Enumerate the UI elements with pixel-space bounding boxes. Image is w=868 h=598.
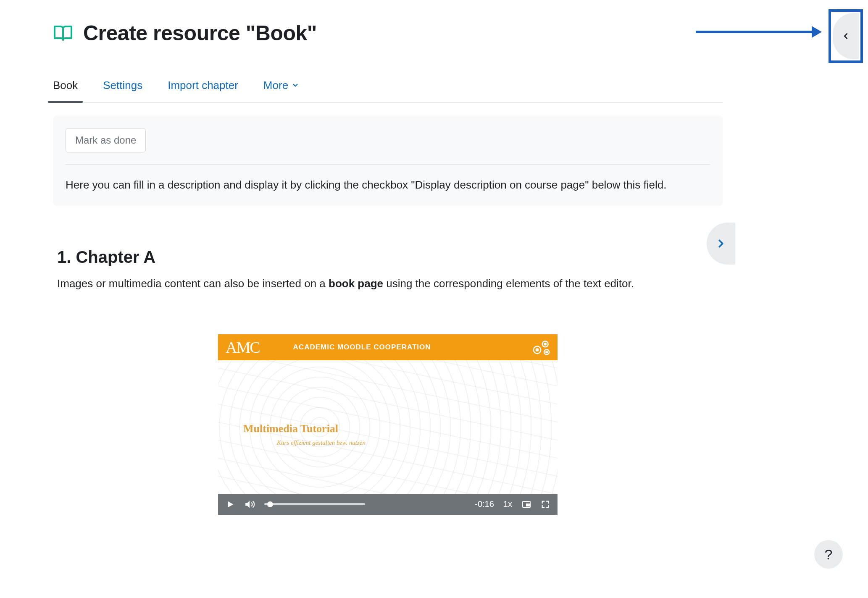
tab-settings[interactable]: Settings	[103, 79, 142, 102]
chapter-body-post: using the corresponding elements of the …	[383, 277, 634, 290]
open-drawer-button[interactable]	[833, 13, 859, 59]
help-button[interactable]: ?	[814, 540, 843, 569]
book-icon	[53, 23, 73, 43]
video-controls: -0:16 1x	[218, 494, 558, 515]
divider	[66, 164, 710, 165]
description-card: Mark as done Here you can fill in a desc…	[53, 115, 723, 206]
video-logo: AMC	[226, 338, 260, 357]
gear-icon	[531, 337, 552, 360]
volume-button[interactable]	[244, 499, 255, 510]
svg-point-3	[544, 343, 546, 345]
pip-button[interactable]	[521, 499, 531, 509]
page-title: Create resource "Book"	[83, 21, 317, 45]
tab-more-label: More	[263, 79, 288, 92]
tab-book[interactable]: Book	[53, 79, 78, 102]
svg-point-5	[546, 351, 547, 352]
drawer-toggle-highlight	[829, 9, 863, 63]
fullscreen-button[interactable]	[541, 500, 550, 509]
play-button[interactable]	[226, 500, 235, 509]
annotation-arrow	[696, 29, 822, 34]
svg-point-1	[536, 349, 538, 351]
svg-marker-7	[245, 501, 250, 508]
svg-marker-6	[228, 501, 234, 507]
chapter-body-bold: book page	[329, 277, 383, 290]
chapter-title: 1. Chapter A	[57, 248, 718, 267]
mark-as-done-button[interactable]: Mark as done	[66, 128, 146, 152]
video-body: Multimedia Tutorial Kurs effizient gesta…	[218, 360, 558, 494]
progress-slider[interactable]	[264, 503, 365, 505]
video-header-text: ACADEMIC MOODLE COOPERATION	[293, 343, 431, 351]
description-text: Here you can fill in a description and d…	[66, 176, 710, 193]
playback-rate-button[interactable]: 1x	[503, 499, 512, 509]
video-header: AMC ACADEMIC MOODLE COOPERATION	[218, 334, 558, 360]
video-player[interactable]: AMC ACADEMIC MOODLE COOPERATION Multimed…	[218, 334, 558, 515]
chapter-body: Images or multimedia content can also be…	[57, 275, 718, 292]
chapter-section: 1. Chapter A Images or multimedia conten…	[53, 248, 723, 514]
tab-more[interactable]: More	[263, 79, 299, 102]
tabs: Book Settings Import chapter More	[53, 79, 723, 103]
tab-import-chapter[interactable]: Import chapter	[168, 79, 238, 102]
video-time: -0:16	[475, 499, 494, 509]
chevron-down-icon	[292, 79, 299, 92]
video-subtitle: Kurs effizient gestalten bzw. nutzen	[277, 439, 366, 446]
chapter-body-pre: Images or multimedia content can also be…	[57, 277, 329, 290]
svg-rect-9	[526, 504, 529, 506]
video-title: Multimedia Tutorial	[243, 422, 338, 435]
